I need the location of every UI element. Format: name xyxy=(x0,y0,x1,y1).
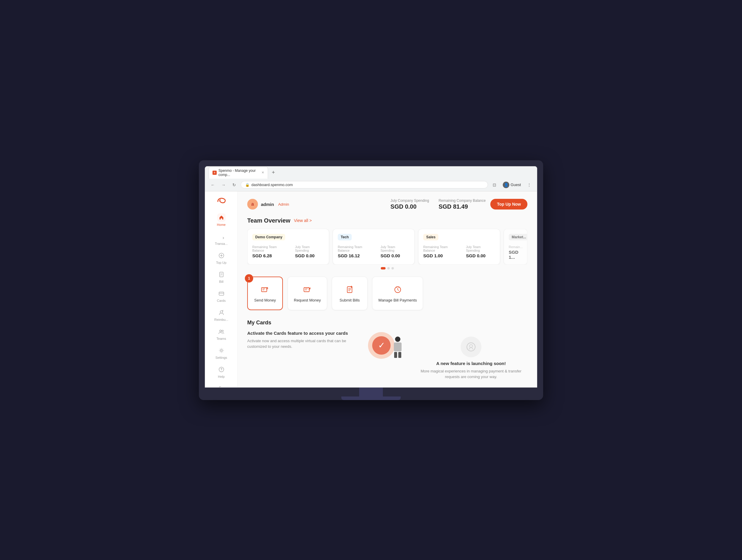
cards-activate: Activate the Cards feature to access you… xyxy=(247,331,348,350)
team-card-name-sales: Sales xyxy=(423,234,438,240)
home-icon xyxy=(217,213,225,222)
team-card-demo[interactable]: Demo Company Remaining Team Balance SGD … xyxy=(247,229,329,265)
tech-remaining: Remaining Team Balance SGD 16.12 xyxy=(338,245,375,258)
browser-window: S Spenmo - Manage your comp... ✕ + ← → ↻… xyxy=(205,166,537,388)
sidebar-item-topup[interactable]: Top Up xyxy=(205,248,237,267)
stand-neck xyxy=(359,388,383,396)
svg-rect-10 xyxy=(304,288,309,292)
svg-rect-2 xyxy=(219,292,224,295)
activate-title: Activate the Cards feature to access you… xyxy=(247,331,348,336)
back-button[interactable]: ← xyxy=(209,181,217,189)
header: a admin Admin July Company Spending SGD … xyxy=(247,199,527,210)
submit-bills-card[interactable]: Submit Bills xyxy=(332,277,367,310)
home-label: Home xyxy=(217,223,225,226)
stand-base xyxy=(341,396,401,400)
teams-label: Teams xyxy=(216,337,226,340)
svg-point-14 xyxy=(470,344,473,347)
tab-favicon: S xyxy=(213,171,217,175)
feature-soon-title: A new feature is launching soon! xyxy=(436,361,506,366)
sidebar-item-logout[interactable]: Logout xyxy=(205,381,237,387)
july-spending-amount: SGD 0.00 xyxy=(390,203,429,210)
sidebar-item-transactions[interactable]: Transa... xyxy=(205,229,237,248)
screen-share-button[interactable]: ⊡ xyxy=(490,181,498,189)
manage-bill-payments-icon xyxy=(392,284,403,295)
team-balances-tech: Remaining Team Balance SGD 16.12 July Te… xyxy=(338,245,410,258)
my-cards-section: My Cards Activate the Cards feature to a… xyxy=(247,320,527,386)
team-card-name-tech: Tech xyxy=(338,234,352,240)
sidebar-item-home[interactable]: Home xyxy=(205,210,237,229)
tab-bar: S Spenmo - Manage your comp... ✕ + xyxy=(205,166,537,179)
dot-3[interactable] xyxy=(391,267,394,270)
send-money-badge: 1 xyxy=(245,274,253,283)
team-balances-market: Remain... SGD 1... xyxy=(509,245,522,260)
sidebar-item-settings[interactable]: Settings xyxy=(205,343,237,362)
cards-illustration: ✓ xyxy=(358,331,405,360)
dot-1[interactable] xyxy=(381,267,385,270)
refresh-button[interactable]: ↻ xyxy=(230,181,238,189)
woman-leg-right xyxy=(398,352,401,358)
monitor-stand xyxy=(205,388,537,400)
dot-2[interactable] xyxy=(387,267,390,270)
url-text: dashboard.spenmo.com xyxy=(251,182,293,187)
user-info: a admin Admin xyxy=(247,199,289,210)
address-bar[interactable]: 🔒 dashboard.spenmo.com xyxy=(241,181,488,188)
reimbursements-label: Reimbu... xyxy=(214,318,228,321)
bill-icon xyxy=(217,270,225,279)
view-all-link[interactable]: View all > xyxy=(294,218,312,223)
tech-spending: July Team Spending SGD 0.00 xyxy=(380,245,410,258)
svg-point-4 xyxy=(220,330,221,332)
reimbursements-icon xyxy=(217,309,225,317)
svg-point-8 xyxy=(221,370,221,371)
guest-label: Guest xyxy=(511,182,521,187)
sidebar-item-bill[interactable]: Bill xyxy=(205,267,237,286)
send-money-label: Send Money xyxy=(254,298,276,302)
request-money-icon xyxy=(302,284,313,295)
browser-chrome: S Spenmo - Manage your comp... ✕ + ← → ↻… xyxy=(205,166,537,191)
manage-bill-payments-card[interactable]: Manage Bill Payments xyxy=(372,277,423,310)
help-icon xyxy=(217,365,225,374)
active-tab[interactable]: S Spenmo - Manage your comp... ✕ xyxy=(209,166,268,179)
team-balances-demo: Remaining Team Balance SGD 6.28 July Tea… xyxy=(252,245,324,258)
svg-rect-9 xyxy=(262,288,267,292)
woman-leg-left xyxy=(394,352,397,358)
team-balances-sales: Remaining Team Balance SGD 1.00 July Tea… xyxy=(423,245,495,258)
guest-profile-button[interactable]: 👤 Guest xyxy=(500,180,523,189)
lock-icon: 🔒 xyxy=(245,183,250,187)
svg-point-13 xyxy=(467,343,475,351)
woman-head xyxy=(395,337,401,342)
sidebar-item-teams[interactable]: Teams xyxy=(205,324,237,343)
sidebar-logo xyxy=(216,195,227,207)
request-money-card[interactable]: Request Money xyxy=(287,277,327,310)
feature-soon-icon xyxy=(461,337,481,357)
transactions-label: Transa... xyxy=(215,242,228,245)
new-tab-button[interactable]: + xyxy=(269,168,277,177)
team-card-market[interactable]: Market... Remain... SGD 1... xyxy=(504,229,527,265)
nav-actions: ⊡ 👤 Guest ⋮ xyxy=(490,180,533,189)
top-up-button[interactable]: Top Up Now xyxy=(490,199,527,210)
remaining-balance: Remaining Company Balance SGD 81.49 xyxy=(439,199,486,210)
team-card-name-demo: Demo Company xyxy=(252,234,285,240)
sidebar-item-help[interactable]: Help xyxy=(205,362,237,381)
action-cards: 1 Send Money xyxy=(247,277,527,310)
main-content: a admin Admin July Company Spending SGD … xyxy=(238,191,537,387)
send-money-card[interactable]: 1 Send Money xyxy=(247,277,283,310)
tab-close-button[interactable]: ✕ xyxy=(262,171,264,174)
logout-icon xyxy=(217,384,225,387)
manage-bill-payments-label: Manage Bill Payments xyxy=(378,298,417,302)
more-options-button[interactable]: ⋮ xyxy=(525,181,533,189)
market-remaining: Remain... SGD 1... xyxy=(509,245,523,260)
my-cards-title: My Cards xyxy=(247,320,527,326)
settings-label: Settings xyxy=(215,356,227,359)
feature-soon-desc: More magical experiences in managing pay… xyxy=(421,368,522,380)
team-card-tech[interactable]: Tech Remaining Team Balance SGD 16.12 Ju… xyxy=(333,229,415,265)
sidebar-item-reimbursements[interactable]: Reimbu... xyxy=(205,305,237,324)
remaining-balance-label: Remaining Company Balance xyxy=(439,199,486,203)
send-money-icon xyxy=(260,284,270,295)
remaining-balance-amount: SGD 81.49 xyxy=(439,203,486,210)
team-card-name-market: Market... xyxy=(509,234,527,240)
forward-button[interactable]: → xyxy=(219,181,228,189)
team-card-sales[interactable]: Sales Remaining Team Balance SGD 1.00 Ju… xyxy=(418,229,500,265)
submit-bills-label: Submit Bills xyxy=(339,298,360,302)
sidebar-item-cards[interactable]: Cards xyxy=(205,286,237,305)
user-role: Admin xyxy=(278,202,289,207)
